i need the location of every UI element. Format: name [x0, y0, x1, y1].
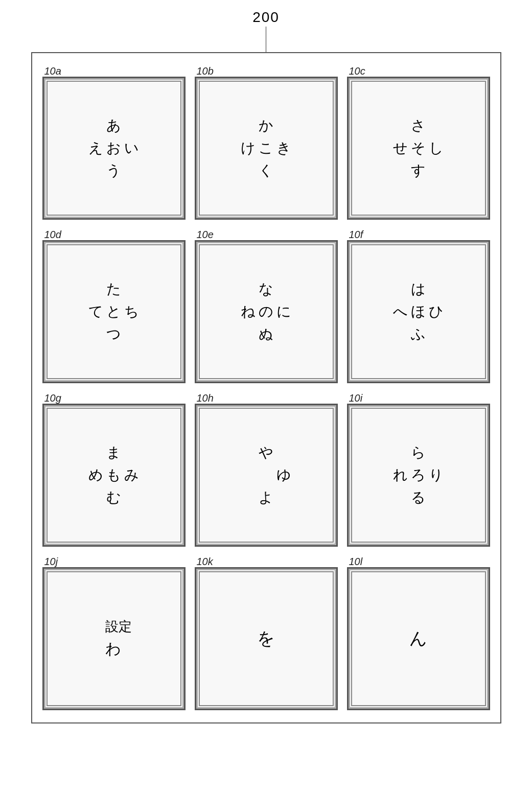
key-box-10e[interactable]: な ねのに ぬ: [195, 240, 338, 383]
cell-10i: 10i ら れろり る: [347, 392, 490, 547]
cell-label-10l: 10l: [349, 556, 363, 568]
cell-label-10i: 10i: [349, 392, 363, 404]
cell-label-10f: 10f: [349, 229, 363, 241]
key-box-10d[interactable]: た てとち つ: [42, 240, 186, 383]
key-box-10g[interactable]: ま めもみ む: [42, 404, 186, 547]
cell-10b: 10b か けこき く: [195, 65, 338, 220]
key-box-10f[interactable]: は へほひ ふ: [347, 240, 490, 383]
key-box-10l[interactable]: ん: [347, 567, 490, 710]
key-box-10b[interactable]: か けこき く: [195, 77, 338, 220]
key-box-10j[interactable]: 設定 わ: [42, 567, 186, 710]
cell-10d: 10d た てとち つ: [42, 229, 186, 383]
key-box-10c[interactable]: さ せそし す: [347, 77, 490, 220]
cell-label-10c: 10c: [349, 65, 365, 77]
cell-10k: 10k を: [195, 556, 338, 710]
cell-label-10a: 10a: [44, 65, 61, 77]
cell-10l: 10l ん: [347, 556, 490, 710]
cell-10h: 10h や ゆ よ: [195, 392, 338, 547]
cell-10a: 10a あ えおい う: [42, 65, 186, 220]
cell-10e: 10e な ねのに ぬ: [195, 229, 338, 383]
key-box-10a[interactable]: あ えおい う: [42, 77, 186, 220]
cell-label-10h: 10h: [197, 392, 214, 404]
connector-line: [266, 27, 266, 52]
cell-label-10j: 10j: [44, 556, 58, 568]
key-box-10h[interactable]: や ゆ よ: [195, 404, 338, 547]
cell-label-10e: 10e: [197, 229, 214, 241]
key-box-10i[interactable]: ら れろり る: [347, 404, 490, 547]
cell-label-10b: 10b: [197, 65, 214, 77]
cell-10g: 10g ま めもみ む: [42, 392, 186, 547]
cell-10c: 10c さ せそし す: [347, 65, 490, 220]
key-box-10k[interactable]: を: [195, 567, 338, 710]
outer-box: 10a あ えおい う 10b か けこき: [31, 52, 501, 723]
cell-10f: 10f は へほひ ふ: [347, 229, 490, 383]
key-grid: 10a あ えおい う 10b か けこき: [42, 65, 490, 710]
cell-label-10g: 10g: [44, 392, 61, 404]
diagram-label: 200: [252, 9, 280, 26]
cell-10j: 10j 設定 わ: [42, 556, 186, 710]
cell-label-10d: 10d: [44, 229, 61, 241]
cell-label-10k: 10k: [197, 556, 213, 568]
